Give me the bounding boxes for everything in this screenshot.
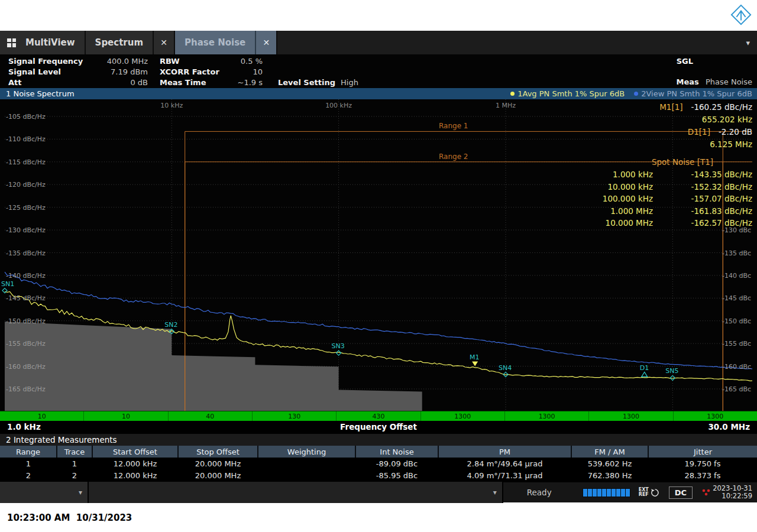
multiview-grid-icon	[7, 38, 16, 47]
m1-value: -160.25 dBc/Hz	[691, 102, 752, 112]
xcorr-factor-label: XCORR Factor	[160, 67, 229, 76]
noise-spectrum-window: 1 Noise Spectrum 1Avg PN Smth 1% Spur 6d…	[0, 88, 757, 432]
status-time: 10:22:59	[713, 492, 752, 500]
svg-text:1 MHz: 1 MHz	[496, 102, 516, 109]
tab-list-dropdown-icon[interactable]: ▾	[746, 31, 750, 54]
rohde-schwarz-logo	[730, 4, 752, 26]
system-timestamp: 10:23:00 AM 10/31/2023	[7, 512, 132, 523]
tab-spectrum-label: Spectrum	[86, 37, 153, 48]
analyzer-app: MultiView Spectrum ✕ Phase Noise ✕ ▾ Sig…	[0, 31, 757, 502]
m1-label: M1[1]	[659, 102, 682, 112]
svg-text:-150 dBc: -150 dBc	[722, 317, 751, 325]
imeas-column-header: Start Offset	[92, 446, 178, 458]
progress-segment	[616, 489, 620, 497]
svg-text:Range 2: Range 2	[439, 153, 468, 161]
trace2-legend-item[interactable]: 2View PN Smth 1% Spur 6dB	[634, 89, 752, 98]
x-axis-label: Frequency Offset	[0, 422, 757, 432]
d1-label: D1[1]	[688, 127, 710, 137]
progress-segment	[607, 489, 611, 497]
xcorr-count-segment: 1300	[589, 411, 673, 421]
trace2-legend-label: 2View PN Smth 1% Spur 6dB	[641, 89, 752, 98]
marker-readout: M1[1] -160.25 dBc/Hz 655.202 kHz D1[1] -…	[659, 102, 752, 152]
sequencer-dropdown[interactable]: ▾	[89, 482, 503, 503]
svg-text:-120 dBc/Hz: -120 dBc/Hz	[6, 181, 46, 189]
level-setting-value[interactable]: High	[341, 78, 358, 87]
svg-text:-115 dBc/Hz: -115 dBc/Hz	[6, 158, 46, 166]
svg-text:-135 dBc/Hz: -135 dBc/Hz	[6, 249, 46, 257]
trace1-legend-label: 1Avg PN Smth 1% Spur 6dB	[517, 89, 625, 98]
rbw-label: RBW	[160, 57, 229, 66]
tab-spectrum[interactable]: Spectrum ✕	[86, 31, 175, 54]
svg-text:SN4: SN4	[499, 364, 512, 372]
caret-down-icon: ▾	[79, 488, 82, 497]
trace1-legend-item[interactable]: 1Avg PN Smth 1% Spur 6dB	[510, 89, 625, 98]
noise-spectrum-titlebar: 1 Noise Spectrum 1Avg PN Smth 1% Spur 6d…	[0, 88, 757, 99]
meas-label: Meas	[677, 77, 699, 86]
progress-segment	[583, 489, 587, 497]
imeas-column-header: Trace	[57, 446, 92, 458]
tab-phase-noise[interactable]: Phase Noise ✕	[175, 31, 277, 54]
meas-mode-value: Phase Noise	[706, 77, 752, 86]
trace-legend: 1Avg PN Smth 1% Spur 6dB 2View PN Smth 1…	[510, 89, 752, 98]
tab-phase-noise-close-icon[interactable]: ✕	[255, 31, 276, 54]
imeas-column-header: FM / AM	[571, 446, 648, 458]
desktop-area: 10:23:00 AM 10/31/2023	[0, 502, 757, 532]
trace2-color-dot	[634, 92, 638, 96]
xcorr-factor-value[interactable]: 10	[229, 67, 263, 76]
level-setting-label: Level Setting	[278, 78, 335, 87]
noise-spectrum-plot[interactable]: Range 1Range 2SN1SN2SN3SN4SN5M1D1-105 dB…	[0, 99, 757, 411]
svg-text:-145 dBc/Hz: -145 dBc/Hz	[6, 294, 46, 302]
tab-phase-noise-label: Phase Noise	[175, 37, 255, 48]
progress-segment	[612, 489, 616, 497]
imeas-column-header: Range	[0, 446, 57, 458]
imeas-row: 2212.000 kHz20.000 MHz-85.95 dBc4.09 m°/…	[0, 469, 757, 481]
xcorr-count-bar: 1010401304301300130013001300	[0, 411, 757, 421]
svg-text:-135 dBc: -135 dBc	[722, 249, 751, 257]
xcorr-count-segment: 10	[0, 411, 84, 421]
svg-text:-105 dBc/Hz: -105 dBc/Hz	[6, 113, 46, 121]
measurement-progress-bar	[583, 488, 630, 497]
svg-text:D1: D1	[640, 364, 649, 372]
progress-segment	[602, 489, 606, 497]
status-bar: ▾ ▾ Ready EXT REF DC	[0, 481, 757, 502]
d1-frequency: 6.125 MHz	[710, 140, 752, 149]
signal-level-value[interactable]: 7.19 dBm	[98, 67, 148, 76]
svg-text:-125 dBc/Hz: -125 dBc/Hz	[6, 204, 46, 212]
trace1-color-dot	[510, 92, 515, 96]
att-label: Att	[8, 78, 98, 87]
tab-bar: MultiView Spectrum ✕ Phase Noise ✕ ▾	[0, 31, 757, 54]
tab-spectrum-close-icon[interactable]: ✕	[153, 31, 174, 54]
svg-text:-160 dBc: -160 dBc	[722, 363, 751, 371]
meas-time-label: Meas Time	[160, 78, 229, 87]
svg-text:100 kHz: 100 kHz	[325, 102, 352, 109]
svg-text:-165 dBc/Hz: -165 dBc/Hz	[6, 385, 46, 393]
channel-info-bar: Signal Frequency 400.0 MHz RBW 0.5 % Sig…	[0, 54, 757, 88]
svg-text:-110 dBc/Hz: -110 dBc/Hz	[6, 135, 46, 143]
d1-value: -2.20 dB	[719, 127, 752, 137]
svg-text:-140 dBc: -140 dBc	[722, 272, 751, 280]
meas-time-value[interactable]: ~1.9 s	[229, 78, 263, 87]
top-white-bar	[0, 0, 757, 31]
channel-row-3: Att 0 dB Meas Time ~1.9 s Level Setting …	[0, 77, 757, 87]
channel-row-2: Signal Level 7.19 dBm XCORR Factor 10	[0, 66, 757, 77]
imeas-column-header: Weighting	[258, 446, 355, 458]
att-value[interactable]: 0 dB	[98, 78, 148, 87]
rbw-value[interactable]: 0.5 %	[229, 57, 263, 66]
screen: MultiView Spectrum ✕ Phase Noise ✕ ▾ Sig…	[0, 0, 757, 532]
svg-text:SN2: SN2	[164, 321, 177, 329]
noise-spectrum-title: 1 Noise Spectrum	[6, 89, 75, 98]
tab-multiview[interactable]: MultiView	[0, 31, 86, 54]
dc-coupling-indicator: DC	[669, 486, 693, 499]
m1-frequency: 655.202 kHz	[702, 115, 752, 124]
noise-spectrum-chart: Range 1Range 2SN1SN2SN3SN4SN5M1D1-105 dB…	[0, 99, 757, 411]
xcorr-count-segment: 130	[253, 411, 337, 421]
progress-segment	[626, 489, 630, 497]
signal-frequency-value[interactable]: 400.0 MHz	[98, 57, 148, 66]
remote-status-icon	[701, 488, 713, 497]
channel-row-1: Signal Frequency 400.0 MHz RBW 0.5 %	[0, 56, 757, 66]
xcorr-count-segment: 40	[169, 411, 253, 421]
ref-label: REF	[639, 492, 649, 497]
svg-text:SN3: SN3	[332, 342, 345, 350]
window-select-dropdown[interactable]: ▾	[0, 482, 89, 503]
svg-text:-130 dBc/Hz: -130 dBc/Hz	[6, 226, 46, 234]
